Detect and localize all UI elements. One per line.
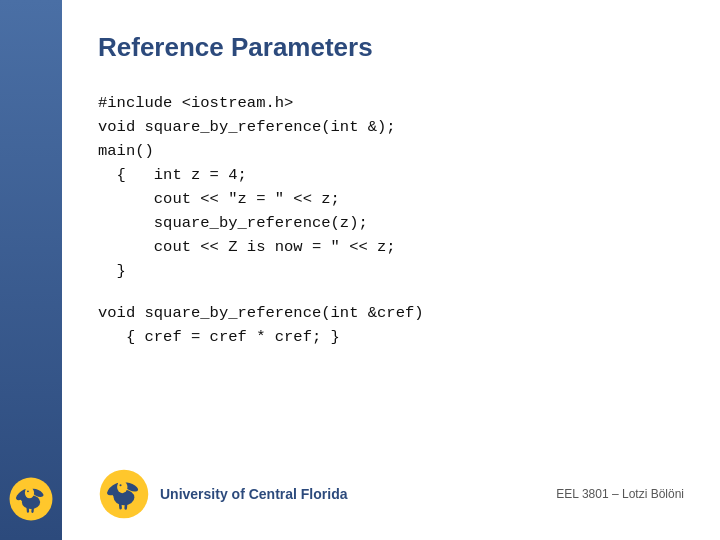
code-line-4: { int z = 4;	[98, 163, 684, 187]
code-line-6: square_by_reference(z);	[98, 211, 684, 235]
code-line-7: cout << Z is now = " << z;	[98, 235, 684, 259]
sidebar-logo-icon	[8, 476, 54, 522]
course-label: EEL 3801 – Lotzi Bölöni	[556, 487, 684, 501]
code-line-3: main()	[98, 139, 684, 163]
svg-point-17	[119, 484, 121, 486]
code-line-1: #include <iostream.h>	[98, 91, 684, 115]
code-line-5: cout << "z = " << z;	[98, 187, 684, 211]
left-sidebar	[0, 0, 62, 540]
page-title: Reference Parameters	[98, 32, 684, 63]
footer-logo-icon	[98, 468, 150, 520]
code-line-10: { cref = cref * cref; }	[98, 325, 684, 349]
svg-point-7	[27, 490, 29, 492]
code-line-9: void square_by_reference(int &cref)	[98, 301, 684, 325]
code-line-8: }	[98, 259, 684, 283]
code-block: #include <iostream.h> void square_by_ref…	[98, 91, 684, 442]
footer: University of Central Florida EEL 3801 –…	[98, 460, 684, 520]
code-line-2: void square_by_reference(int &);	[98, 115, 684, 139]
main-content: Reference Parameters #include <iostream.…	[62, 0, 720, 540]
ucf-branding: University of Central Florida	[98, 468, 347, 520]
university-name: University of Central Florida	[160, 486, 347, 502]
